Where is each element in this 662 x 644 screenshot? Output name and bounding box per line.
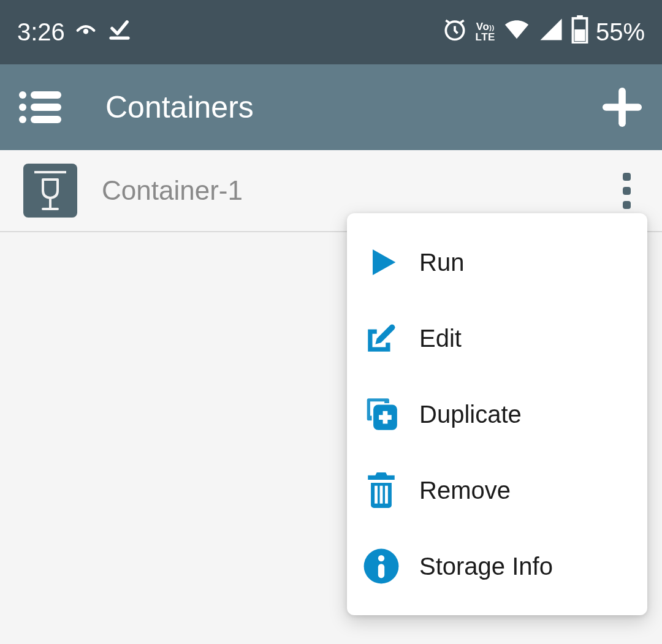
battery-percent-text: 55%	[596, 18, 645, 46]
list-item-title: Container-1	[102, 175, 587, 206]
svg-point-0	[85, 30, 87, 32]
svg-point-10	[19, 116, 26, 123]
svg-rect-20	[375, 486, 378, 504]
status-bar: 3:26 Vo))LTE 55%	[0, 0, 662, 64]
cell-signal-icon	[538, 17, 564, 48]
alarm-icon	[441, 16, 468, 48]
page-title: Containers	[105, 89, 558, 125]
menu-item-label: Storage Info	[419, 553, 553, 580]
status-right: Vo))LTE 55%	[441, 15, 645, 49]
kebab-menu-icon[interactable]	[612, 172, 641, 209]
menu-item-duplicate[interactable]: Duplicate	[347, 376, 647, 452]
menu-item-label: Remove	[419, 477, 511, 504]
battery-icon	[571, 15, 588, 49]
menu-item-label: Run	[419, 249, 464, 276]
menu-item-label: Edit	[419, 325, 462, 352]
menu-drawer-icon[interactable]	[18, 89, 63, 125]
volte-icon: Vo))LTE	[476, 22, 495, 42]
svg-rect-22	[385, 486, 388, 504]
clock-text: 3:26	[17, 18, 65, 46]
svg-rect-5	[574, 29, 585, 41]
svg-rect-11	[31, 116, 61, 123]
menu-item-run[interactable]: Run	[347, 224, 647, 300]
svg-rect-21	[380, 486, 383, 504]
status-left: 3:26	[17, 17, 132, 48]
context-menu: Run Edit Duplicate Remove Storage Info	[347, 213, 647, 615]
svg-rect-19	[379, 415, 392, 420]
svg-point-24	[378, 555, 384, 561]
trash-icon	[362, 471, 401, 510]
wine-glass-icon	[23, 164, 77, 218]
app-bar: Containers	[0, 64, 662, 150]
menu-item-label: Duplicate	[419, 401, 522, 428]
phone-icon	[74, 17, 98, 47]
menu-item-remove[interactable]: Remove	[347, 452, 647, 528]
download-done-icon	[107, 17, 132, 48]
svg-rect-25	[378, 564, 384, 578]
svg-point-6	[19, 91, 26, 99]
menu-item-edit[interactable]: Edit	[347, 300, 647, 376]
add-button[interactable]	[601, 86, 644, 129]
svg-point-8	[19, 104, 26, 111]
menu-item-storage-info[interactable]: Storage Info	[347, 528, 647, 604]
svg-rect-7	[31, 91, 61, 99]
info-icon	[362, 547, 401, 586]
duplicate-icon	[362, 395, 401, 434]
edit-icon	[362, 319, 401, 358]
svg-rect-9	[31, 104, 61, 111]
wifi-icon	[503, 15, 531, 49]
play-icon	[362, 243, 401, 282]
